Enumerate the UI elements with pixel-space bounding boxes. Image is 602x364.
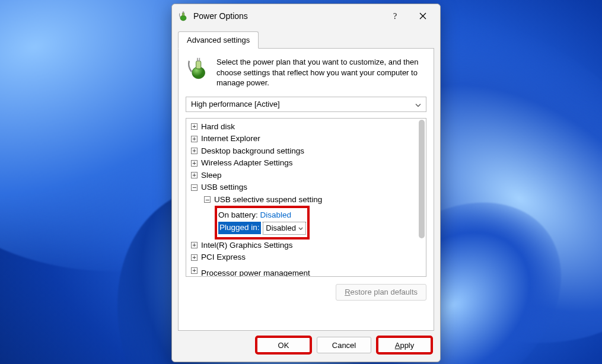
svg-rect-2	[183, 11, 183, 13]
chevron-down-icon	[298, 223, 303, 232]
power-options-dialog: Power Options ? Advanced settings Select…	[171, 4, 441, 362]
close-button[interactable]	[409, 6, 437, 26]
window-title: Power Options	[193, 11, 248, 21]
help-button[interactable]: ?	[382, 6, 409, 26]
expand-icon[interactable]	[191, 136, 198, 142]
setting-plugged-in[interactable]: Plugged in: Disabled	[218, 222, 306, 235]
tree-label: Desktop background settings	[201, 145, 304, 158]
tree-label: Internet Explorer	[201, 133, 260, 145]
expand-icon[interactable]	[191, 123, 198, 130]
tree-item-usb-settings[interactable]: USB settings	[189, 181, 426, 194]
tree-item-wireless-adapter[interactable]: Wireless Adapter Settings	[189, 157, 426, 170]
expand-icon[interactable]	[191, 160, 198, 167]
expand-icon[interactable]	[191, 242, 198, 248]
restore-defaults-button[interactable]: Restore plan defaults	[336, 284, 426, 301]
tree-item-intel-graphics[interactable]: Intel(R) Graphics Settings	[189, 240, 426, 252]
tree-item-processor-power[interactable]: Processor power management	[189, 265, 426, 277]
svg-rect-1	[182, 12, 184, 16]
tree-item-pci-express[interactable]: PCI Express	[189, 251, 426, 264]
chevron-down-icon	[415, 100, 421, 108]
tree-label: Intel(R) Graphics Settings	[201, 240, 293, 252]
svg-rect-8	[199, 58, 200, 62]
svg-rect-6	[196, 61, 201, 69]
expand-icon[interactable]	[191, 148, 198, 154]
tree-label: Hard disk	[201, 121, 235, 133]
expand-icon[interactable]	[191, 267, 198, 274]
expand-icon[interactable]	[191, 254, 198, 261]
tree-label: Processor power management	[201, 267, 310, 277]
titlebar: Power Options ?	[172, 4, 440, 28]
on-battery-value[interactable]: Disabled	[260, 209, 292, 222]
tree-item-usb-selective-suspend[interactable]: USB selective suspend setting	[189, 194, 426, 206]
tree-label: PCI Express	[201, 251, 246, 264]
svg-text:?: ?	[393, 12, 397, 20]
scrollbar-thumb[interactable]	[419, 120, 425, 238]
dialog-button-row: OK Cancel Apply	[172, 337, 440, 362]
apply-button[interactable]: Apply	[377, 337, 432, 353]
collapse-icon[interactable]	[191, 184, 198, 191]
on-battery-label: On battery:	[218, 209, 258, 222]
collapse-icon[interactable]	[204, 196, 211, 203]
tree-item-sleep[interactable]: Sleep	[189, 170, 426, 182]
tree-label: Sleep	[201, 170, 222, 182]
power-plan-large-icon	[186, 57, 209, 81]
tree-label: Wireless Adapter Settings	[201, 157, 293, 170]
power-plan-icon	[178, 11, 189, 21]
svg-rect-3	[183, 11, 184, 13]
advanced-settings-panel: Select the power plan that you want to c…	[178, 48, 434, 331]
plugged-in-combo[interactable]: Disabled	[263, 222, 306, 235]
plugged-in-value: Disabled	[266, 222, 296, 234]
intro-text: Select the power plan that you want to c…	[216, 57, 426, 88]
plugged-in-label: Plugged in:	[218, 222, 261, 234]
svg-rect-7	[197, 58, 198, 62]
tree-item-hard-disk[interactable]: Hard disk	[189, 121, 426, 133]
tree-item-internet-explorer[interactable]: Internet Explorer	[189, 133, 426, 145]
tree-label: USB selective suspend setting	[214, 194, 322, 206]
cancel-button[interactable]: Cancel	[317, 337, 371, 353]
tree-item-desktop-background[interactable]: Desktop background settings	[189, 145, 426, 158]
tab-advanced-settings[interactable]: Advanced settings	[178, 31, 259, 49]
ok-button[interactable]: OK	[256, 337, 311, 353]
power-plan-selected-value: High performance [Active]	[191, 100, 280, 108]
tab-strip: Advanced settings	[172, 28, 440, 49]
settings-tree[interactable]: Hard disk Internet Explorer Desktop back…	[186, 118, 426, 277]
setting-on-battery[interactable]: On battery: Disabled	[218, 209, 306, 222]
power-plan-select[interactable]: High performance [Active]	[186, 97, 426, 112]
highlighted-settings-block: On battery: Disabled Plugged in: Disable…	[215, 206, 310, 239]
expand-icon[interactable]	[191, 172, 198, 178]
tree-label: USB settings	[201, 181, 247, 194]
